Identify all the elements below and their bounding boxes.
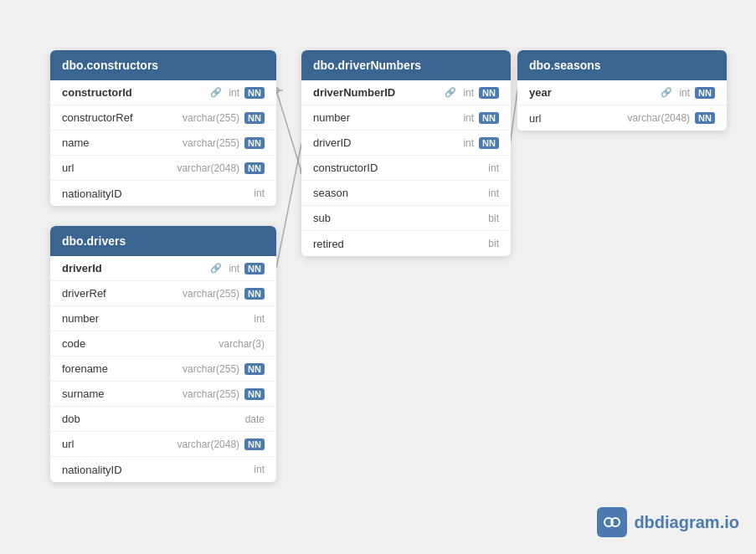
col-name: driverNumberID bbox=[313, 86, 441, 99]
table-row: retired bit bbox=[301, 231, 511, 256]
col-name: name bbox=[62, 136, 176, 149]
table-drivers: dbo.drivers driverId 🔗 int NN driverRef … bbox=[50, 226, 276, 482]
table-row: year 🔗 int NN bbox=[517, 80, 727, 105]
table-row: forename varchar(255) NN bbox=[50, 357, 276, 382]
col-name: number bbox=[62, 312, 247, 325]
table-drivernumbers-body: driverNumberID 🔗 int NN number int NN dr… bbox=[301, 80, 511, 256]
col-type: varchar(2048) bbox=[177, 162, 239, 174]
col-name: dob bbox=[62, 413, 239, 425]
col-type: int bbox=[488, 187, 499, 199]
col-type: varchar(2048) bbox=[177, 439, 239, 450]
table-row: url varchar(2048) NN bbox=[517, 105, 727, 131]
table-row: nationalityID int bbox=[50, 457, 276, 482]
col-type: varchar(255) bbox=[183, 363, 239, 375]
table-constructors: dbo.constructors constructorId 🔗 int NN … bbox=[50, 50, 276, 206]
table-constructors-header: dbo.constructors bbox=[50, 50, 276, 80]
col-name: number bbox=[313, 111, 456, 124]
col-name: code bbox=[62, 337, 212, 350]
brand-diagram: diagram bbox=[655, 513, 720, 531]
table-row: constructorRef varchar(255) NN bbox=[50, 105, 276, 131]
col-type: bit bbox=[488, 213, 499, 224]
table-row: constructorID int bbox=[301, 156, 511, 181]
table-row: code varchar(3) bbox=[50, 331, 276, 357]
table-seasons-body: year 🔗 int NN url varchar(2048) NN bbox=[517, 80, 727, 131]
col-name: nationalityID bbox=[62, 187, 247, 200]
table-row: driverRef varchar(255) NN bbox=[50, 281, 276, 306]
col-type: date bbox=[245, 413, 265, 425]
table-drivernumbers: dbo.driverNumbers driverNumberID 🔗 int N… bbox=[301, 50, 511, 256]
table-row: dob date bbox=[50, 407, 276, 432]
col-type: int bbox=[679, 87, 690, 99]
col-nn: NN bbox=[244, 263, 265, 274]
table-drivers-body: driverId 🔗 int NN driverRef varchar(255)… bbox=[50, 256, 276, 482]
col-type: varchar(2048) bbox=[627, 112, 690, 124]
col-nn: NN bbox=[244, 388, 265, 400]
col-name: surname bbox=[62, 387, 176, 400]
table-row: nationalityID int bbox=[50, 181, 276, 206]
col-type: int bbox=[254, 464, 265, 475]
col-name: sub bbox=[313, 212, 481, 224]
table-seasons: dbo.seasons year 🔗 int NN url varchar(20… bbox=[517, 50, 727, 131]
table-row: url varchar(2048) NN bbox=[50, 432, 276, 457]
table-constructors-body: constructorId 🔗 int NN constructorRef va… bbox=[50, 80, 276, 206]
pk-icon: 🔗 bbox=[445, 87, 456, 98]
col-name: forename bbox=[62, 362, 176, 375]
brand-io: .io bbox=[720, 513, 739, 531]
col-type: int bbox=[254, 313, 265, 325]
col-name: nationalityID bbox=[62, 464, 247, 476]
brand-badge: dbdiagram.io bbox=[597, 507, 739, 537]
col-nn: NN bbox=[695, 87, 715, 99]
svg-line-1 bbox=[276, 144, 301, 268]
col-nn: NN bbox=[244, 162, 265, 174]
col-name: constructorID bbox=[313, 162, 481, 174]
col-name: driverRef bbox=[62, 287, 176, 300]
table-row: surname varchar(255) NN bbox=[50, 382, 276, 407]
brand-icon bbox=[597, 507, 627, 537]
col-type: varchar(255) bbox=[183, 388, 239, 400]
col-name: season bbox=[313, 187, 481, 199]
table-row: driverNumberID 🔗 int NN bbox=[301, 80, 511, 105]
brand-db: db bbox=[634, 513, 654, 531]
col-type: varchar(255) bbox=[183, 288, 239, 300]
table-row: name varchar(255) NN bbox=[50, 131, 276, 156]
col-nn: NN bbox=[244, 87, 265, 99]
col-name: driverId bbox=[62, 262, 207, 274]
pk-icon: 🔗 bbox=[210, 263, 222, 274]
table-row: sub bit bbox=[301, 206, 511, 231]
col-type: int bbox=[229, 87, 239, 99]
col-type: bit bbox=[488, 238, 499, 249]
table-row: url varchar(2048) NN bbox=[50, 156, 276, 181]
col-name: driverID bbox=[313, 136, 456, 149]
col-type: int bbox=[229, 263, 239, 274]
table-row: number int bbox=[50, 306, 276, 331]
col-type: int bbox=[463, 87, 474, 99]
col-type: int bbox=[254, 187, 265, 199]
col-nn: NN bbox=[244, 363, 265, 375]
col-type: varchar(255) bbox=[183, 112, 239, 124]
col-type: varchar(255) bbox=[183, 137, 239, 149]
col-name: constructorRef bbox=[62, 111, 176, 124]
col-nn: NN bbox=[479, 137, 499, 149]
table-drivernumbers-header: dbo.driverNumbers bbox=[301, 50, 511, 80]
col-nn: NN bbox=[244, 288, 265, 300]
col-type: int bbox=[488, 162, 499, 174]
col-type: int bbox=[463, 112, 474, 124]
col-type: varchar(3) bbox=[219, 338, 265, 350]
table-row: driverID int NN bbox=[301, 131, 511, 156]
svg-line-0 bbox=[276, 90, 301, 172]
col-name: constructorId bbox=[62, 86, 207, 99]
table-row: driverId 🔗 int NN bbox=[50, 256, 276, 281]
col-nn: NN bbox=[479, 112, 499, 124]
col-nn: NN bbox=[695, 112, 715, 124]
diagram-canvas: dbo.constructors constructorId 🔗 int NN … bbox=[0, 0, 756, 554]
table-row: number int NN bbox=[301, 105, 511, 131]
table-drivers-header: dbo.drivers bbox=[50, 226, 276, 256]
col-nn: NN bbox=[244, 137, 265, 149]
table-row: season int bbox=[301, 181, 511, 206]
col-name: year bbox=[529, 86, 657, 99]
table-row: constructorId 🔗 int NN bbox=[50, 80, 276, 105]
col-nn: NN bbox=[244, 439, 265, 450]
col-name: retired bbox=[313, 238, 481, 250]
col-name: url bbox=[529, 112, 620, 125]
col-type: int bbox=[463, 137, 474, 149]
